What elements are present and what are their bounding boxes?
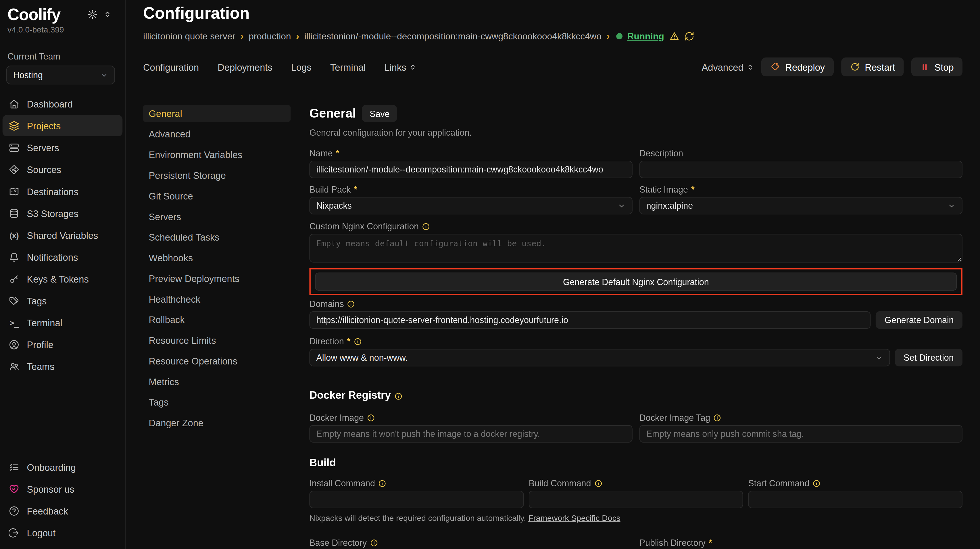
theme-sun-icon[interactable]: [88, 10, 97, 19]
info-icon[interactable]: [813, 479, 821, 487]
direction-select[interactable]: Allow www & non-www.: [309, 349, 890, 366]
name-input[interactable]: [309, 161, 632, 178]
save-button[interactable]: Save: [362, 105, 397, 122]
subnav-item-git-source[interactable]: Git Source: [143, 188, 291, 204]
subnav-item-scheduled-tasks[interactable]: Scheduled Tasks: [143, 229, 291, 246]
subnav-item-advanced[interactable]: Advanced: [143, 126, 291, 143]
tab-deployments[interactable]: Deployments: [218, 62, 272, 72]
coolify-app: Coolify v4.0.0-beta.399 Current Team Hos…: [0, 0, 980, 549]
sidebar-item-destinations[interactable]: Destinations: [3, 180, 123, 202]
install-command-input[interactable]: [309, 491, 523, 508]
breadcrumb-project[interactable]: illicitonion quote server: [143, 31, 235, 41]
breadcrumb-environment[interactable]: production: [248, 31, 291, 41]
subnav-item-resource-limits[interactable]: Resource Limits: [143, 332, 291, 349]
stop-button[interactable]: Stop: [911, 57, 963, 76]
custom-nginx-label: Custom Nginx Configuration: [309, 221, 419, 231]
theme-selector-chevrons-icon[interactable]: [104, 11, 111, 18]
required-asterisk: *: [336, 148, 339, 158]
description-input[interactable]: [640, 161, 963, 178]
subnav-item-rollback[interactable]: Rollback: [143, 311, 291, 328]
build-command-input[interactable]: [529, 491, 743, 508]
info-icon[interactable]: [713, 414, 721, 422]
sidebar-item-servers[interactable]: Servers: [3, 137, 123, 158]
subnav-item-webhooks[interactable]: Webhooks: [143, 250, 291, 266]
sidebar-item-logout[interactable]: Logout: [3, 522, 123, 543]
restart-button[interactable]: Restart: [841, 57, 904, 76]
breadcrumb-separator: ›: [240, 31, 244, 41]
sidebar-item-tags[interactable]: Tags: [3, 290, 123, 311]
subnav-item-environment-variables[interactable]: Environment Variables: [143, 146, 291, 163]
subnav-item-healthcheck[interactable]: Healthcheck: [143, 291, 291, 307]
chevrons-up-down-icon: [409, 64, 417, 70]
base-directory-label: Base Directory: [309, 538, 367, 547]
subnav-item-preview-deployments[interactable]: Preview Deployments: [143, 270, 291, 287]
tab-configuration[interactable]: Configuration: [143, 62, 199, 72]
sidebar-item-keys-tokens[interactable]: Keys & Tokens: [3, 268, 123, 290]
sidebar-item-projects[interactable]: Projects: [3, 115, 123, 136]
subnav-item-persistent-storage[interactable]: Persistent Storage: [143, 167, 291, 184]
breadcrumb-application[interactable]: illicitestonion/-module--decomposition:m…: [304, 31, 601, 41]
sidebar-item-label: Keys & Tokens: [27, 273, 89, 284]
docker-image-input[interactable]: [309, 425, 632, 442]
start-command-input[interactable]: [748, 491, 963, 508]
custom-nginx-textarea[interactable]: [309, 234, 963, 263]
info-icon[interactable]: [347, 300, 355, 308]
advanced-dropdown[interactable]: Advanced: [702, 62, 754, 72]
sidebar-item-s3-storages[interactable]: S3 Storages: [3, 203, 123, 224]
sidebar-item-feedback[interactable]: Feedback: [3, 500, 123, 521]
sidebar-item-label: Teams: [27, 361, 55, 372]
sidebar: Coolify v4.0.0-beta.399 Current Team Hos…: [0, 0, 126, 549]
info-icon[interactable]: [395, 391, 402, 399]
set-direction-button[interactable]: Set Direction: [895, 349, 963, 366]
info-icon[interactable]: [353, 337, 361, 345]
subnav-item-servers[interactable]: Servers: [143, 208, 291, 225]
generate-domain-button[interactable]: Generate Domain: [876, 311, 963, 329]
info-icon[interactable]: [594, 479, 602, 487]
info-icon[interactable]: [422, 222, 430, 230]
subnav-item-general[interactable]: General: [143, 105, 291, 122]
tab-terminal[interactable]: Terminal: [330, 62, 366, 72]
sidebar-item-sponsor-us[interactable]: Sponsor us: [3, 478, 123, 500]
build-section: Build: [309, 457, 963, 470]
user-circle-icon: [9, 339, 19, 350]
info-icon[interactable]: [378, 479, 386, 487]
build-pack-select[interactable]: Nixpacks: [309, 197, 632, 215]
static-image-label: Static Image: [640, 185, 688, 194]
subnav-item-resource-operations[interactable]: Resource Operations: [143, 353, 291, 370]
sidebar-item-sources[interactable]: Sources: [3, 159, 123, 180]
current-team-label: Current Team: [0, 51, 125, 62]
name-label: Name: [309, 148, 332, 158]
help-circle-icon: [9, 505, 19, 516]
sidebar-item-onboarding[interactable]: Onboarding: [3, 457, 123, 478]
subnav-item-tags[interactable]: Tags: [143, 394, 291, 411]
sidebar-item-dashboard[interactable]: Dashboard: [3, 93, 123, 115]
docker-registry-title: Docker Registry: [309, 389, 391, 403]
info-icon[interactable]: [367, 414, 375, 422]
sidebar-item-label: Profile: [27, 339, 54, 350]
users-icon: [9, 361, 19, 372]
tab-links[interactable]: Links: [384, 62, 416, 72]
static-image-select[interactable]: nginx:alpine: [640, 197, 963, 215]
tab-logs[interactable]: Logs: [291, 62, 312, 72]
breadcrumb: illicitonion quote server › production ›…: [143, 31, 963, 41]
required-asterisk: *: [354, 185, 357, 194]
sidebar-item-profile[interactable]: Profile: [3, 334, 123, 355]
sidebar-item-teams[interactable]: Teams: [3, 356, 123, 377]
framework-docs-link[interactable]: Framework Specific Docs: [528, 513, 620, 522]
restart-icon: [850, 62, 860, 72]
info-icon[interactable]: [370, 539, 378, 547]
domains-input[interactable]: [309, 311, 871, 329]
team-select[interactable]: Hosting: [6, 65, 115, 84]
subnav-item-metrics[interactable]: Metrics: [143, 373, 291, 390]
refresh-icon[interactable]: [684, 31, 694, 41]
sidebar-item-notifications[interactable]: Notifications: [3, 246, 123, 267]
sidebar-item-terminal[interactable]: >_ Terminal: [3, 312, 123, 333]
subnav-item-danger-zone[interactable]: Danger Zone: [143, 414, 291, 431]
status-running-link[interactable]: Running: [627, 31, 664, 41]
docker-image-tag-input[interactable]: [640, 425, 963, 442]
direction-label: Direction: [309, 336, 344, 346]
generate-nginx-config-button[interactable]: Generate Default Nginx Configuration: [315, 272, 957, 291]
sidebar-item-shared-variables[interactable]: (x) Shared Variables: [3, 224, 123, 246]
nixpacks-note: Nixpacks will detect the required config…: [309, 513, 963, 522]
redeploy-button[interactable]: Redeploy: [762, 57, 834, 76]
